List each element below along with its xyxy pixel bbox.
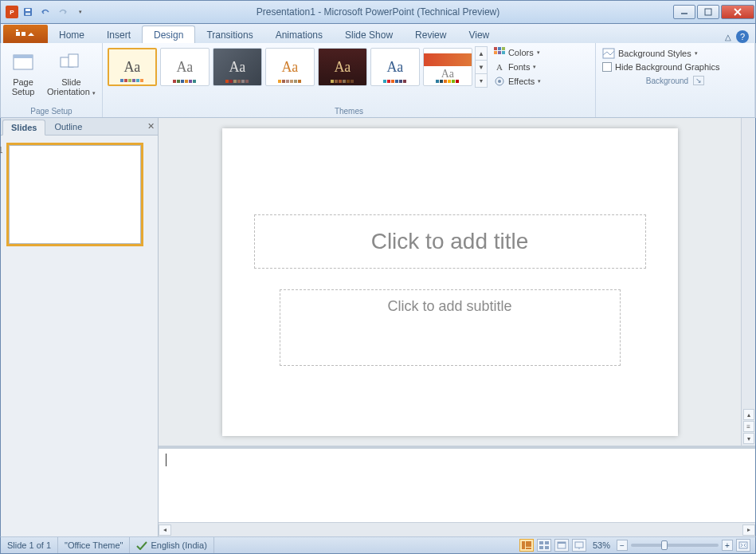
svg-rect-21: [522, 541, 525, 549]
svg-rect-32: [739, 542, 747, 548]
title-placeholder[interactable]: Click to add title: [254, 214, 646, 269]
minimize-button[interactable]: [673, 5, 695, 19]
tab-insert[interactable]: Insert: [96, 26, 142, 43]
theme-3[interactable]: Aa: [213, 48, 262, 86]
tab-design[interactable]: Design: [142, 26, 195, 43]
svg-rect-23: [526, 548, 531, 549]
minimize-ribbon-icon[interactable]: △: [725, 33, 731, 41]
title-bar: P ▾ Presentation1 - Microsoft PowerPoint…: [0, 0, 756, 24]
svg-rect-13: [498, 47, 501, 50]
chevron-down-icon: ▾: [695, 50, 698, 57]
gallery-down-icon[interactable]: ▼: [476, 61, 487, 74]
scroll-left-icon[interactable]: ◂: [159, 525, 171, 536]
vertical-scrollbar[interactable]: ▴ ≡ ▾: [741, 118, 755, 446]
app-icon: P: [6, 6, 18, 18]
colors-icon: [494, 47, 505, 58]
svg-point-19: [498, 80, 501, 83]
svg-rect-29: [558, 542, 566, 544]
outline-tab[interactable]: Outline: [45, 119, 91, 135]
fit-to-window-button[interactable]: [736, 539, 750, 552]
chevron-down-icon: ▾: [537, 49, 540, 56]
theme-effects-button[interactable]: Effects ▾: [492, 75, 543, 88]
slide-orientation-button[interactable]: Slide Orientation ▾: [44, 45, 99, 102]
theme-6[interactable]: Aa: [370, 48, 420, 86]
svg-rect-14: [502, 47, 505, 50]
tab-slideshow[interactable]: Slide Show: [334, 26, 404, 43]
file-tab[interactable]: [3, 25, 48, 43]
svg-rect-2: [25, 13, 30, 15]
close-button[interactable]: [721, 5, 754, 19]
zoom-in-button[interactable]: +: [722, 540, 733, 551]
svg-rect-25: [545, 541, 549, 544]
svg-rect-26: [539, 546, 543, 549]
slide-orientation-icon: [58, 50, 84, 76]
close-panel-icon[interactable]: ✕: [147, 121, 155, 132]
slide-thumbnail-1[interactable]: 1: [9, 145, 141, 244]
qat-undo-button[interactable]: [37, 4, 53, 20]
svg-rect-16: [498, 51, 501, 54]
slide[interactable]: Click to add title Click to add subtitle: [222, 128, 678, 436]
hide-background-checkbox[interactable]: Hide Background Graphics: [602, 62, 719, 72]
svg-rect-9: [14, 55, 33, 58]
ribbon-tabs: Home Insert Design Transitions Animation…: [0, 24, 756, 43]
chevron-down-icon: ▾: [92, 90, 96, 96]
tab-view[interactable]: View: [457, 26, 500, 43]
theme-7[interactable]: Aa: [423, 48, 472, 86]
tab-animations[interactable]: Animations: [264, 26, 334, 43]
svg-rect-24: [539, 541, 543, 544]
notes-pane[interactable]: [159, 446, 755, 522]
theme-2[interactable]: Aa: [160, 48, 210, 86]
gallery-more-icon[interactable]: ▾: [476, 74, 487, 87]
theme-indicator[interactable]: "Office Theme": [58, 537, 130, 553]
prev-slide-button[interactable]: ▴: [743, 409, 754, 420]
theme-4[interactable]: Aa: [265, 48, 315, 86]
svg-rect-7: [16, 29, 18, 31]
svg-rect-12: [494, 47, 497, 50]
workspace: Click to add title Click to add subtitle…: [159, 118, 755, 536]
page-setup-button[interactable]: Page Setup: [4, 45, 42, 102]
group-background: Background Styles ▾ Hide Background Grap…: [596, 43, 755, 117]
normal-view-button[interactable]: [519, 539, 534, 552]
checkbox-icon: [602, 62, 612, 72]
horizontal-scrollbar[interactable]: ◂ ▸: [159, 522, 755, 536]
zoom-slider[interactable]: [631, 544, 719, 547]
fonts-icon: A: [494, 61, 505, 73]
gallery-up-icon[interactable]: ▲: [476, 47, 487, 61]
zoom-level[interactable]: 53%: [593, 540, 610, 550]
help-icon[interactable]: ?: [736, 30, 749, 43]
language-indicator[interactable]: English (India): [130, 537, 213, 553]
chevron-down-icon: ▾: [538, 78, 541, 84]
ribbon: Page Setup Slide Orientation ▾ Page Setu…: [0, 43, 756, 118]
scroll-right-icon[interactable]: ▸: [742, 525, 755, 536]
zoom-out-button[interactable]: −: [617, 540, 628, 551]
reading-view-button[interactable]: [554, 539, 569, 552]
tab-transitions[interactable]: Transitions: [195, 26, 264, 43]
theme-colors-button[interactable]: Colors ▾: [492, 46, 543, 59]
main-area: Slides Outline ✕ 1 Click to add title Cl…: [0, 118, 756, 536]
dialog-launcher-icon[interactable]: ↘: [693, 76, 704, 85]
qat-customize-button[interactable]: ▾: [72, 4, 88, 20]
svg-rect-30: [575, 542, 583, 548]
themes-gallery-scroll[interactable]: ▲ ▼ ▾: [475, 46, 488, 88]
next-slide-button[interactable]: ▾: [743, 433, 754, 444]
subtitle-placeholder[interactable]: Click to add subtitle: [280, 289, 621, 366]
sorter-view-button[interactable]: [537, 539, 551, 552]
slide-canvas-area[interactable]: Click to add title Click to add subtitle: [159, 118, 741, 446]
svg-rect-27: [545, 546, 549, 549]
background-styles-button[interactable]: Background Styles ▾: [602, 48, 719, 59]
qat-save-button[interactable]: [20, 4, 36, 20]
theme-fonts-button[interactable]: A Fonts ▾: [492, 61, 543, 73]
slide-counter[interactable]: Slide 1 of 1: [1, 537, 58, 553]
slideshow-view-button[interactable]: [572, 539, 586, 552]
svg-rect-22: [526, 541, 531, 547]
maximize-button[interactable]: [697, 5, 719, 19]
theme-office[interactable]: Aa: [108, 48, 157, 86]
tab-home[interactable]: Home: [48, 26, 96, 43]
theme-5[interactable]: Aa: [318, 48, 367, 86]
svg-rect-15: [494, 51, 497, 54]
qat-redo-button[interactable]: [55, 4, 71, 20]
slides-tab[interactable]: Slides: [2, 120, 45, 136]
svg-rect-17: [502, 51, 505, 54]
tab-review[interactable]: Review: [404, 26, 457, 43]
slide-nav-icon[interactable]: ≡: [743, 421, 754, 432]
